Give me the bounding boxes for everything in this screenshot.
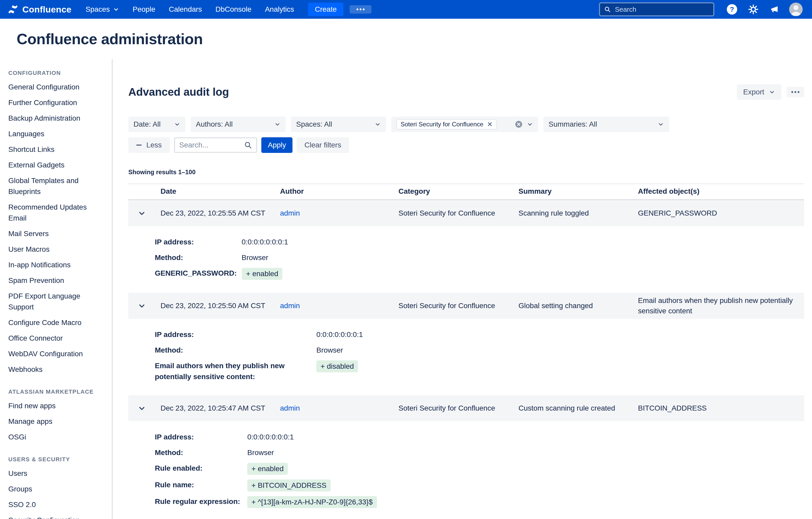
chip-remove-icon[interactable]: ✕ <box>487 121 493 128</box>
sidebar-item[interactable]: Groups <box>8 484 104 495</box>
row-author-link[interactable]: admin <box>280 404 300 412</box>
sidebar-item[interactable]: PDF Export Language Support <box>8 291 104 312</box>
detail-row: Rule enabled: + enabled <box>155 463 804 475</box>
row-expand-button[interactable] <box>135 401 149 415</box>
sidebar-item[interactable]: OSGi <box>8 432 104 442</box>
row-category: Soteri Security for Confluence <box>399 208 519 218</box>
sidebar-item[interactable]: User Macros <box>8 244 104 255</box>
nav-item-analytics[interactable]: Analytics <box>258 0 301 19</box>
row-expand-button[interactable] <box>135 299 149 313</box>
navbar-more-button[interactable] <box>350 5 372 13</box>
filter-categories[interactable]: Soteri Security for Confluence ✕ <box>391 116 538 132</box>
sidebar-item[interactable]: External Gadgets <box>8 160 104 170</box>
column-header-author: Author <box>280 187 399 195</box>
sidebar-item[interactable]: Backup Administration <box>8 113 104 124</box>
page-header: Confluence administration <box>0 19 812 59</box>
sidebar-item[interactable]: Spam Prevention <box>8 275 104 286</box>
detail-label: IP address: <box>155 432 247 442</box>
filter-authors[interactable]: Authors: All <box>191 116 286 132</box>
sidebar-item[interactable]: Manage apps <box>8 416 104 427</box>
chevron-down-icon <box>658 121 664 128</box>
row-date: Dec 23, 2022, 10:25:55 AM CST <box>161 208 280 218</box>
chevron-down-icon <box>113 6 119 12</box>
detail-label: Rule enabled: <box>155 463 247 474</box>
column-header-category: Category <box>399 187 519 195</box>
sidebar-item[interactable]: General Configuration <box>8 82 104 92</box>
filter-search[interactable] <box>174 137 257 153</box>
detail-row: IP address: 0:0:0:0:0:0:0:1 <box>155 329 804 340</box>
confluence-logo-icon <box>7 4 19 15</box>
sidebar-item[interactable]: Office Connector <box>8 333 104 344</box>
audit-rows: Dec 23, 2022, 10:25:55 AM CST admin Sote… <box>128 200 804 519</box>
megaphone-icon <box>770 4 780 15</box>
search-icon <box>604 6 611 13</box>
filter-date[interactable]: Date: All <box>128 116 185 132</box>
navbar-search[interactable] <box>599 2 714 17</box>
sidebar-item[interactable]: Recommended Updates Email <box>8 202 104 224</box>
admin-sidebar: CONFIGURATION General Configuration Furt… <box>0 59 113 519</box>
filter-search-input[interactable] <box>179 141 244 149</box>
sidebar-item[interactable]: Find new apps <box>8 401 104 411</box>
less-filters-button[interactable]: Less <box>128 137 170 153</box>
sidebar-section-title: CONFIGURATION <box>8 70 104 77</box>
row-affected: GENERIC_PASSWORD <box>638 208 804 218</box>
nav-item-dbconsole[interactable]: DbConsole <box>209 0 258 19</box>
sidebar-item[interactable]: Mail Servers <box>8 228 104 239</box>
category-selected-chip[interactable]: Soteri Security for Confluence ✕ <box>396 119 497 130</box>
detail-row: IP address: 0:0:0:0:0:0:0:1 <box>155 432 804 442</box>
results-count: Showing results 1–100 <box>128 168 804 176</box>
nav-item-people[interactable]: People <box>126 0 162 19</box>
settings-button[interactable] <box>746 2 761 17</box>
nav-item-calendars[interactable]: Calendars <box>162 0 209 19</box>
apply-button[interactable]: Apply <box>261 137 292 153</box>
row-details: IP address: 0:0:0:0:0:0:0:1 Method: Brow… <box>128 421 804 519</box>
audit-row: Dec 23, 2022, 10:25:47 AM CST admin Sote… <box>128 395 804 519</box>
sidebar-item[interactable]: Users <box>8 468 104 479</box>
sidebar-item[interactable]: Configure Code Macro <box>8 317 104 328</box>
row-category: Soteri Security for Confluence <box>399 403 519 413</box>
help-button[interactable]: ? <box>724 2 740 17</box>
audit-row: Dec 23, 2022, 10:25:55 AM CST admin Sote… <box>128 200 804 293</box>
user-icon <box>789 3 803 16</box>
audit-summary-row: Dec 23, 2022, 10:25:55 AM CST admin Sote… <box>128 200 804 226</box>
sidebar-item[interactable]: In-app Notifications <box>8 260 104 270</box>
announcements-button[interactable] <box>767 2 782 17</box>
sidebar-section-list: Find new apps Manage apps OSGi <box>8 401 104 442</box>
row-expand-button[interactable] <box>135 206 149 220</box>
sidebar-item[interactable]: Further Configuration <box>8 97 104 108</box>
sidebar-item[interactable]: Webhooks <box>8 364 104 375</box>
filter-spaces[interactable]: Spaces: All <box>291 116 386 132</box>
row-author-link[interactable]: admin <box>280 302 300 310</box>
chevron-down-icon <box>274 121 281 128</box>
sidebar-item[interactable]: Languages <box>8 129 104 139</box>
detail-label: GENERIC_PASSWORD: <box>155 268 242 279</box>
detail-row: GENERIC_PASSWORD: + enabled <box>155 268 804 280</box>
row-author-link[interactable]: admin <box>280 209 300 217</box>
detail-value: + enabled <box>247 463 288 475</box>
chevron-down-icon <box>375 121 381 128</box>
nav-item-spaces[interactable]: Spaces <box>79 0 126 19</box>
detail-value: + BITCOIN_ADDRESS <box>247 480 331 491</box>
export-button[interactable]: Export <box>737 84 781 100</box>
clear-select-icon[interactable] <box>515 120 523 128</box>
detail-label: Method: <box>155 252 241 263</box>
create-button[interactable]: Create <box>308 3 343 16</box>
confluence-home-link[interactable]: Confluence <box>7 4 71 15</box>
audit-more-button[interactable] <box>787 87 804 97</box>
detail-value: + enabled <box>242 268 282 280</box>
row-summary: Custom scanning rule created <box>519 403 638 413</box>
sidebar-item[interactable]: Global Templates and Blueprints <box>8 175 104 197</box>
sidebar-item[interactable]: WebDAV Configuration <box>8 349 104 359</box>
clear-filters-button[interactable]: Clear filters <box>297 137 349 153</box>
page-title: Confluence administration <box>17 30 795 48</box>
sidebar-sections: CONFIGURATION General Configuration Furt… <box>8 70 104 519</box>
sidebar-item[interactable]: SSO 2.0 <box>8 499 104 510</box>
profile-button[interactable] <box>788 2 804 17</box>
row-category: Soteri Security for Confluence <box>399 301 519 311</box>
sidebar-section-title: ATLASSIAN MARKETPLACE <box>8 388 104 395</box>
sidebar-item[interactable]: Security Configuration <box>8 515 104 519</box>
sidebar-item[interactable]: Shortcut Links <box>8 144 104 155</box>
row-summary: Scanning rule toggled <box>519 208 638 218</box>
filter-summaries[interactable]: Summaries: All <box>543 116 669 132</box>
navbar-search-input[interactable] <box>615 5 709 13</box>
